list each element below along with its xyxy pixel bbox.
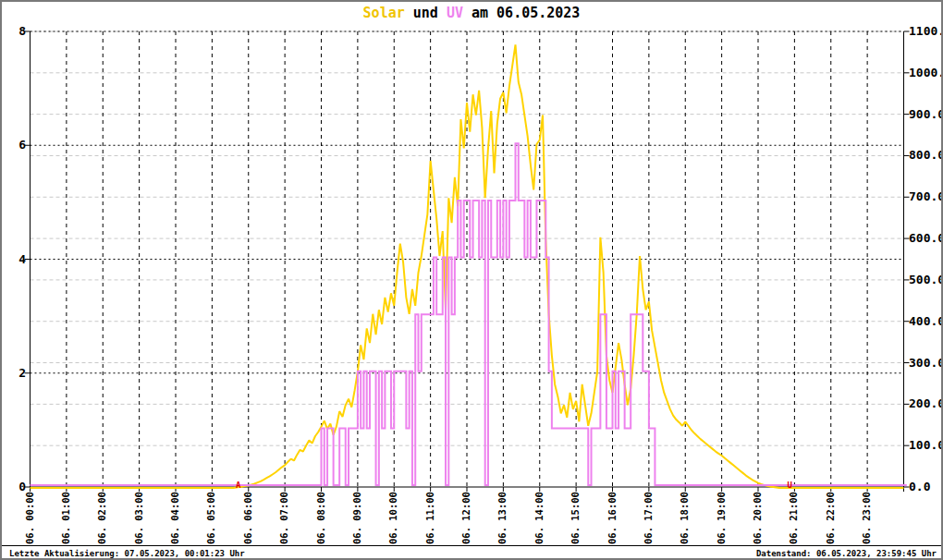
x-axis-label: 06. 13:00 — [496, 492, 508, 544]
y-axis-right-label: 0.0 — [909, 480, 943, 493]
y-axis-left-label: 8 — [2, 24, 26, 38]
x-axis-label: 06. 14:00 — [533, 492, 545, 544]
y-axis-right-label: 1100.0 — [909, 24, 943, 38]
x-axis-label: 06. 00:00 — [24, 492, 36, 544]
x-axis-label: 06. 20:00 — [752, 492, 764, 544]
y-axis-right-label: 100.0 — [909, 438, 943, 452]
y-axis-left-label: 6 — [2, 138, 26, 152]
x-axis-label: 06. 18:00 — [679, 492, 691, 544]
x-axis-label: 06. 16:00 — [606, 492, 618, 544]
y-axis-right-label: 600.0 — [909, 231, 943, 245]
x-axis-label: 06. 11:00 — [424, 492, 436, 544]
uv-line — [31, 143, 907, 485]
x-axis-label: 06. 06:00 — [242, 492, 254, 544]
x-axis-label: 06. 03:00 — [133, 492, 145, 544]
sunset-marker-u: U — [787, 481, 791, 490]
x-axis-label: 06. 08:00 — [315, 492, 327, 544]
x-axis-label: 06. 05:00 — [205, 492, 217, 544]
y-axis-right-label: 700.0 — [909, 189, 943, 203]
x-axis-label: 06. 02:00 — [96, 492, 108, 544]
weather-chart-frame: Solar und UV am 06.05.2023 86420 1100.01… — [0, 0, 943, 560]
data-timestamp-text: Datenstand: 06.05.2023, 23:59:45 Uhr — [756, 549, 937, 558]
x-axis-label: 06. 12:00 — [460, 492, 472, 544]
sunrise-marker-a: A — [236, 481, 240, 490]
y-axis-right-label: 500.0 — [909, 273, 943, 286]
last-update-text: Letzte Aktualisierung: 07.05.2023, 00:01… — [9, 549, 245, 558]
y-axis-right-label: 300.0 — [909, 356, 943, 370]
solar-line — [31, 44, 904, 488]
y-axis-left-label: 2 — [2, 366, 26, 380]
x-axis-label: 06. 22:00 — [825, 492, 837, 544]
x-axis-label: 06. 01:00 — [60, 492, 72, 544]
y-axis-right-label: 1000.0 — [909, 66, 943, 79]
x-axis-label: 06. 23:00 — [861, 492, 873, 544]
x-axis-label: 06. 07:00 — [278, 492, 290, 544]
x-axis-label: 06. 09:00 — [351, 492, 363, 544]
x-axis-label: 06. 19:00 — [716, 492, 728, 544]
x-axis-label: 06. 15:00 — [569, 492, 582, 544]
solar-uv-chart-plot — [2, 2, 943, 545]
y-axis-right-label: 200.0 — [909, 396, 943, 410]
y-axis-right-label: 800.0 — [909, 148, 943, 162]
footer-divider — [2, 545, 941, 546]
x-axis-label: 06. 04:00 — [169, 492, 181, 544]
y-axis-left-label: 0 — [2, 480, 26, 493]
y-axis-left-label: 4 — [2, 252, 26, 266]
x-axis-label: 06. 10:00 — [387, 492, 399, 544]
x-axis-label: 06. 17:00 — [643, 492, 655, 544]
y-axis-right-label: 400.0 — [909, 314, 943, 328]
x-axis-label: 06. 21:00 — [788, 492, 800, 544]
y-axis-right-label: 900.0 — [909, 107, 943, 121]
